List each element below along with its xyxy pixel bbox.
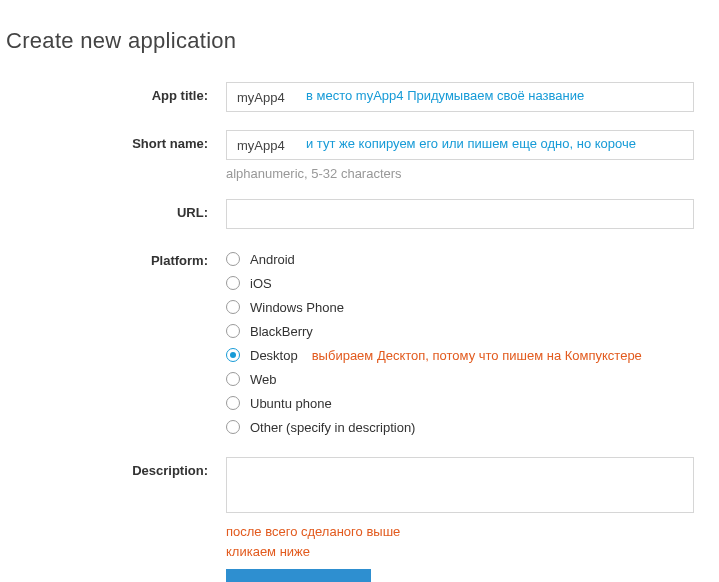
radio-icon[interactable]	[226, 396, 240, 410]
radio-icon[interactable]	[226, 420, 240, 434]
radio-icon[interactable]	[226, 324, 240, 338]
platform-option-label: Other (specify in description)	[250, 420, 415, 435]
short-name-input[interactable]	[226, 130, 694, 160]
create-application-button[interactable]: Create application	[226, 569, 371, 582]
app-title-label: App title:	[6, 82, 226, 103]
platform-label: Platform:	[6, 247, 226, 268]
radio-icon[interactable]	[226, 276, 240, 290]
radio-icon[interactable]	[226, 348, 240, 362]
bottom-annotation: после всего сделаного выше кликаем ниже	[226, 522, 709, 561]
platform-option[interactable]: Desktopвыбираем Десктоп, потому что пише…	[226, 343, 709, 367]
url-label: URL:	[6, 199, 226, 220]
platform-option-label: Ubuntu phone	[250, 396, 332, 411]
bottom-annotation-line1: после всего сделаного выше	[226, 522, 709, 542]
platform-option-label: Desktop	[250, 348, 298, 363]
platform-option-label: iOS	[250, 276, 272, 291]
platform-option[interactable]: Web	[226, 367, 709, 391]
description-input[interactable]	[226, 457, 694, 513]
url-input[interactable]	[226, 199, 694, 229]
radio-icon[interactable]	[226, 372, 240, 386]
description-label: Description:	[6, 457, 226, 478]
platform-option[interactable]: BlackBerry	[226, 319, 709, 343]
platform-option[interactable]: iOS	[226, 271, 709, 295]
short-name-hint: alphanumeric, 5-32 characters	[226, 166, 709, 181]
radio-icon[interactable]	[226, 252, 240, 266]
platform-option-label: Android	[250, 252, 295, 267]
app-title-input[interactable]	[226, 82, 694, 112]
radio-icon[interactable]	[226, 300, 240, 314]
platform-option[interactable]: Android	[226, 247, 709, 271]
platform-option[interactable]: Ubuntu phone	[226, 391, 709, 415]
platform-option[interactable]: Windows Phone	[226, 295, 709, 319]
platform-option-label: BlackBerry	[250, 324, 313, 339]
platform-option-label: Web	[250, 372, 277, 387]
platform-radiolist: AndroidiOSWindows PhoneBlackBerryDesktop…	[226, 247, 709, 439]
platform-option[interactable]: Other (specify in description)	[226, 415, 709, 439]
platform-option-label: Windows Phone	[250, 300, 344, 315]
page-title: Create new application	[6, 28, 709, 54]
short-name-label: Short name:	[6, 130, 226, 151]
platform-option-annotation: выбираем Десктоп, потому что пишем на Ко…	[312, 348, 642, 363]
bottom-annotation-line2: кликаем ниже	[226, 542, 709, 562]
